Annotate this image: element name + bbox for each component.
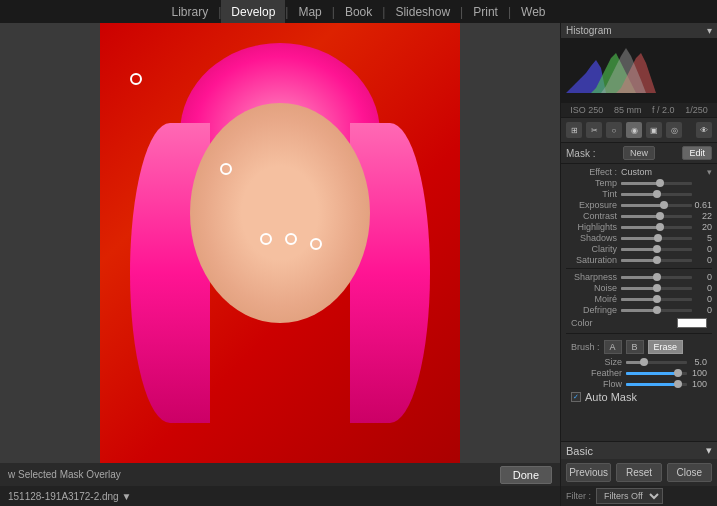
effect-value: Custom (621, 167, 707, 177)
previous-button[interactable]: Previous (566, 463, 611, 482)
nav-develop[interactable]: Develop (221, 0, 285, 23)
auto-mask-label: Auto Mask (585, 391, 637, 403)
nav-web[interactable]: Web (511, 0, 555, 23)
moire-slider[interactable] (621, 294, 692, 304)
mask-dot-5 (310, 238, 322, 250)
slider-noise: Noise 0 (566, 283, 712, 293)
brush-tab-erase[interactable]: Erase (648, 340, 684, 354)
slider-defringe: Defringe 0 (566, 305, 712, 315)
saturation-label: Saturation (566, 255, 621, 265)
mask-dot-3 (260, 233, 272, 245)
brush-feather-value: 100 (687, 368, 707, 378)
status-right: Done (500, 466, 552, 484)
color-label: Color (571, 318, 593, 328)
filter-bar: Filter : Filters Off (561, 486, 717, 506)
contrast-slider[interactable] (621, 211, 692, 221)
histogram-chevron[interactable]: ▾ (707, 25, 712, 36)
section-divider-1 (566, 268, 712, 269)
noise-value: 0 (692, 283, 712, 293)
close-button[interactable]: Close (667, 463, 712, 482)
brush-feather-slider[interactable] (626, 368, 687, 378)
brush-flow-slider[interactable] (626, 379, 687, 389)
highlights-label: Highlights (566, 222, 621, 232)
nav-map[interactable]: Map (288, 0, 331, 23)
nav-book[interactable]: Book (335, 0, 382, 23)
nav-slideshow[interactable]: Slideshow (385, 0, 460, 23)
tool-grad[interactable]: ▣ (646, 122, 662, 138)
filter-select[interactable]: Filters Off (596, 488, 663, 504)
mask-new-button[interactable]: New (623, 146, 655, 160)
section-divider-2 (566, 333, 712, 334)
effect-header-row: Effect : Custom ▾ (566, 167, 712, 177)
highlights-slider[interactable] (621, 222, 692, 232)
clarity-slider[interactable] (621, 244, 692, 254)
highlights-value: 20 (692, 222, 712, 232)
moire-value: 0 (692, 294, 712, 304)
tool-grid[interactable]: ⊞ (566, 122, 582, 138)
brush-flow-row: Flow 100 (571, 379, 707, 389)
brush-tab-b[interactable]: B (626, 340, 644, 354)
brush-flow-value: 100 (687, 379, 707, 389)
noise-slider[interactable] (621, 283, 692, 293)
nav-library[interactable]: Library (161, 0, 218, 23)
top-navigation: Library | Develop | Map | Book | Slidesh… (0, 0, 717, 23)
tool-icons: ⊞ ✂ ○ ◉ ▣ ◎ 👁 (561, 118, 717, 143)
tool-crop[interactable]: ✂ (586, 122, 602, 138)
brush-size-row: Size 5.0 (571, 357, 707, 367)
brush-tab-a[interactable]: A (604, 340, 622, 354)
temp-label: Temp (566, 178, 621, 188)
camera-info: ISO 250 85 mm f / 2.0 1/250 (561, 103, 717, 117)
filter-label: Filter : (566, 491, 591, 501)
sharpness-slider[interactable] (621, 272, 692, 282)
tool-eye[interactable]: 👁 (696, 122, 712, 138)
file-bar: 151128-191A3172-2.dng ▼ (0, 486, 560, 506)
histogram-canvas (561, 38, 717, 103)
clarity-label: Clarity (566, 244, 621, 254)
shadows-slider[interactable] (621, 233, 692, 243)
contrast-label: Contrast (566, 211, 621, 221)
face-oval (190, 103, 370, 323)
histogram-svg (561, 38, 717, 93)
slider-temp: Temp (566, 178, 712, 188)
done-button[interactable]: Done (500, 466, 552, 484)
tint-slider[interactable] (621, 189, 692, 199)
slider-tint: Tint (566, 189, 712, 199)
sliders-group1: Temp Tint Exposure (566, 178, 712, 265)
moire-label: Moiré (566, 294, 621, 304)
effect-section: Effect : Custom ▾ Temp Tint (561, 164, 717, 409)
effect-chevron[interactable]: ▾ (707, 167, 712, 177)
tool-spot[interactable]: ○ (606, 122, 622, 138)
focal-value: 85 mm (614, 105, 642, 115)
basic-chevron[interactable]: ▾ (706, 444, 712, 457)
brush-feather-label: Feather (571, 368, 626, 378)
saturation-value: 0 (692, 255, 712, 265)
saturation-slider[interactable] (621, 255, 692, 265)
temp-slider[interactable] (621, 178, 692, 188)
nav-print[interactable]: Print (463, 0, 508, 23)
noise-label: Noise (566, 283, 621, 293)
aperture-value: f / 2.0 (652, 105, 675, 115)
color-row: Color (566, 316, 712, 330)
color-swatch[interactable] (677, 318, 707, 328)
defringe-slider[interactable] (621, 305, 692, 315)
brush-size-slider[interactable] (626, 357, 687, 367)
exposure-slider[interactable] (621, 200, 692, 210)
histogram-section: Histogram ▾ ISO 250 85 mm f / 2.0 (561, 23, 717, 118)
auto-mask-checkbox[interactable]: ✓ (571, 392, 581, 402)
slider-highlights: Highlights 20 (566, 222, 712, 232)
mask-header: Mask : New Edit (561, 143, 717, 164)
defringe-value: 0 (692, 305, 712, 315)
slider-clarity: Clarity 0 (566, 244, 712, 254)
reset-button[interactable]: Reset (616, 463, 661, 482)
slider-contrast: Contrast 22 (566, 211, 712, 221)
contrast-value: 22 (692, 211, 712, 221)
tool-brush[interactable]: ◉ (626, 122, 642, 138)
tool-rad[interactable]: ◎ (666, 122, 682, 138)
shutter-value: 1/250 (685, 105, 708, 115)
brush-flow-label: Flow (571, 379, 626, 389)
brush-label: Brush : (571, 342, 600, 352)
photo-container[interactable] (0, 23, 560, 463)
nav-buttons: Previous Reset Close (561, 459, 717, 486)
auto-mask-row: ✓ Auto Mask (571, 391, 707, 403)
mask-edit-button[interactable]: Edit (682, 146, 712, 160)
